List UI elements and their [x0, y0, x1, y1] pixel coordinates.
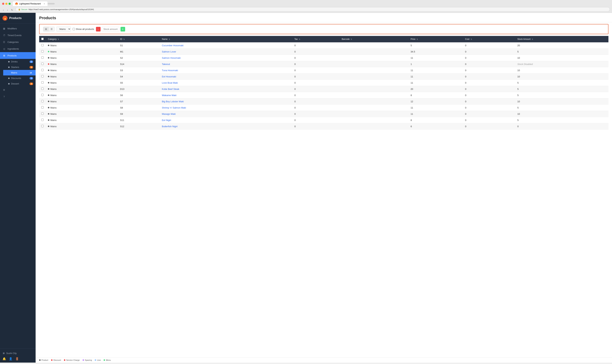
row-checkbox-cell[interactable] [39, 104, 46, 111]
row-checkbox[interactable] [41, 56, 44, 59]
sidebar-item-discounts[interactable]: Discounts 3 [3, 76, 36, 81]
list-view-button[interactable]: ☰ [49, 27, 54, 31]
row-checkbox-cell[interactable] [39, 80, 46, 86]
row-checkbox-cell[interactable] [39, 67, 46, 74]
row-checkbox-cell[interactable] [39, 117, 46, 123]
row-checkbox-cell[interactable] [39, 61, 46, 67]
category-name: Mains [50, 119, 57, 121]
row-name[interactable]: Big Boy Lobster Maki [160, 98, 292, 104]
row-checkbox-cell[interactable] [39, 42, 46, 49]
row-name[interactable]: Butterfish Nigiri [160, 123, 292, 130]
table-row: Mains S2 Salmon Hosomaki 0 11 0 10 [39, 55, 608, 61]
logout-icon[interactable]: 🚪 [15, 357, 19, 360]
category-dropdown[interactable]: Mains [56, 26, 71, 32]
row-tax: 0 [292, 111, 340, 117]
row-checkbox-cell[interactable] [39, 111, 46, 117]
show-all-checkbox[interactable] [73, 28, 75, 30]
tab-close-button[interactable]: ✕ [44, 3, 45, 5]
row-name[interactable]: Cucumber Hosomaki [160, 42, 292, 49]
category-dot [48, 101, 49, 102]
stock-amount-input[interactable] [102, 27, 120, 31]
row-checkbox-cell[interactable] [39, 86, 46, 92]
row-checkbox[interactable] [41, 63, 44, 65]
close-button[interactable] [2, 3, 4, 5]
back-button[interactable]: ‹ [2, 8, 5, 12]
row-name[interactable]: Shrimp 'n' Salmon Maki [160, 104, 292, 111]
new-tab-placeholder[interactable] [48, 3, 55, 4]
row-checkbox[interactable] [41, 88, 44, 90]
user-icon[interactable]: 👤 [9, 357, 13, 360]
sidebar-item-categories[interactable]: ☰ Categories [0, 39, 36, 45]
grid-view-button[interactable]: ⊞ [43, 27, 49, 31]
sidebar-item-settings[interactable]: ⚙ [0, 87, 36, 93]
row-checkbox[interactable] [41, 75, 44, 78]
forward-button[interactable]: › [6, 8, 9, 12]
sidebar-item-ingredients[interactable]: ◎ Ingredients [0, 45, 36, 52]
sidebar-item-help[interactable]: ? [0, 93, 36, 100]
sidebar-header: 🔥 Products [0, 13, 36, 24]
row-name[interactable]: Salmon Lover [160, 49, 292, 55]
select-all-checkbox[interactable] [41, 38, 44, 40]
row-checkbox[interactable] [41, 69, 44, 71]
legend-spacing: Spacing [83, 359, 92, 361]
reload-button[interactable]: ↻ [10, 8, 14, 12]
sidebar-label-drinks: Drinks [11, 60, 18, 63]
row-name[interactable]: Eel Hosomaki [160, 74, 292, 80]
row-checkbox-cell[interactable] [39, 92, 46, 98]
row-checkbox[interactable] [41, 50, 44, 52]
row-name[interactable]: Takeout [160, 61, 292, 67]
browser-tab[interactable]: 🔥 Lightspeed Restaurant ✕ [13, 1, 48, 6]
header-category[interactable]: Category ⇅ [46, 36, 118, 42]
row-id: S12 [118, 123, 160, 130]
row-checkbox[interactable] [41, 119, 44, 121]
stock-minus-button[interactable]: - [96, 27, 101, 31]
row-name[interactable]: Love Boat Maki [160, 80, 292, 86]
sidebar: 🔥 Products ▦ Modifiers ⏱ Timed Events ☰ … [0, 13, 36, 363]
row-checkbox[interactable] [41, 94, 44, 96]
row-name[interactable]: Masago Maki [160, 111, 292, 117]
row-name[interactable]: Tuna Hosomaki [160, 67, 292, 74]
sidebar-item-modifiers[interactable]: ▦ Modifiers [0, 25, 36, 32]
header-barcode[interactable]: Barcode ⇅ [339, 36, 408, 42]
maximize-button[interactable] [9, 3, 11, 5]
sidebar-item-dessert[interactable]: Dessert 4 [3, 81, 36, 87]
row-checkbox[interactable] [41, 81, 44, 84]
row-barcode [339, 111, 408, 117]
row-checkbox-cell[interactable] [39, 55, 46, 61]
header-name[interactable]: Name ⇅ [160, 36, 292, 42]
row-name[interactable]: Wakame Maki [160, 92, 292, 98]
category-dot [48, 113, 49, 115]
row-checkbox-cell[interactable] [39, 49, 46, 55]
minimize-button[interactable] [5, 3, 7, 5]
header-stock-amount[interactable]: Stock Amount ⇅ [515, 36, 608, 42]
sidebar-item-starters[interactable]: Starters 4 [3, 65, 36, 70]
row-name[interactable]: Salmon Hosomaki [160, 55, 292, 61]
row-checkbox[interactable] [41, 44, 44, 46]
row-checkbox[interactable] [41, 100, 44, 102]
stock-plus-button[interactable]: + [120, 27, 125, 31]
sidebar-item-timed-events[interactable]: ⏱ Timed Events [0, 32, 36, 39]
sidebar-item-drinks[interactable]: Drinks 6 [3, 59, 36, 65]
sidebar-navigation: ▦ Modifiers ⏱ Timed Events ☰ Categories … [0, 24, 36, 349]
header-cost[interactable]: Cost ⇅ [463, 36, 515, 42]
row-checkbox-cell[interactable] [39, 98, 46, 104]
row-price: 34.5 [408, 49, 463, 55]
address-bar[interactable]: 🔒 Secure https://nae2-web.posios.com/man… [15, 7, 610, 12]
row-checkbox[interactable] [41, 112, 44, 115]
header-id[interactable]: ID ⇅ [118, 36, 160, 42]
row-checkbox[interactable] [41, 106, 44, 108]
notifications-icon[interactable]: 🔔 [2, 357, 6, 360]
toolbar: ⊞ ☰ Mains Show all products - + [39, 24, 608, 34]
header-tax[interactable]: Tax ⇅ [292, 36, 340, 42]
sidebar-item-products[interactable]: ⊞ Products [0, 52, 36, 59]
show-all-label[interactable]: Show all products [73, 28, 94, 30]
sidebar-sub-menu: Drinks 6 Starters 4 Mains 18 Discounts 3 [0, 59, 36, 87]
row-checkbox-cell[interactable] [39, 74, 46, 80]
sidebar-item-mains[interactable]: Mains 18 [3, 70, 36, 76]
row-name[interactable]: Eel Nigiri [160, 117, 292, 123]
row-name[interactable]: Kobe Beef Steak [160, 86, 292, 92]
row-tax: 0 [292, 67, 340, 74]
row-checkbox-cell[interactable] [39, 123, 46, 130]
row-checkbox[interactable] [41, 125, 44, 127]
header-price[interactable]: Price ⇅ [408, 36, 463, 42]
